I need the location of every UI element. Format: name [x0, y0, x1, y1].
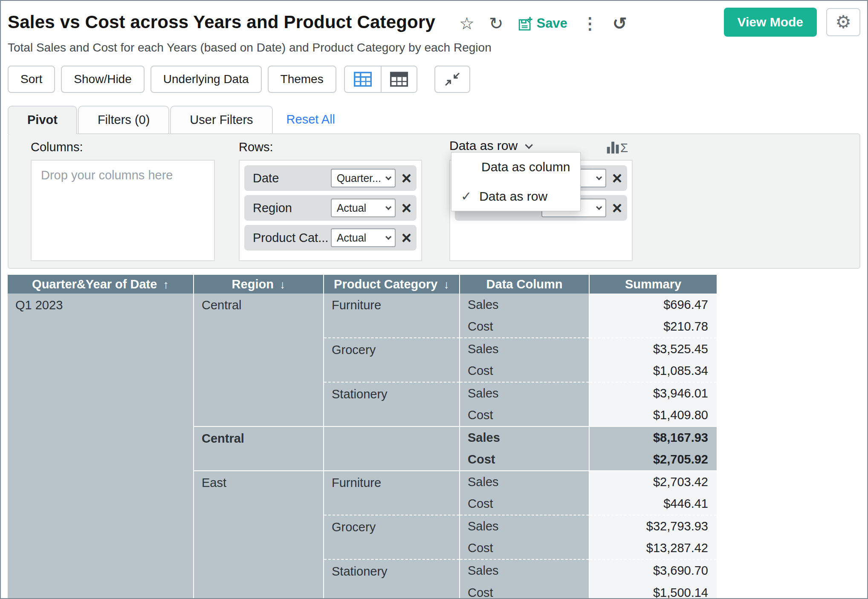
value-cell: $3,946.01 [589, 382, 717, 404]
favorite-star-icon[interactable]: ☆ [459, 15, 475, 32]
col-header-region[interactable]: Region↓ [194, 275, 324, 294]
chevron-down-icon [596, 204, 602, 210]
remove-field-icon[interactable]: × [612, 170, 622, 187]
menu-item-data-as-row[interactable]: ✓ Data as row [451, 181, 580, 211]
value-cell: $3,690.70 [589, 559, 717, 582]
category-cell: Grocery [324, 515, 460, 559]
table-header-row: Quarter&Year of Date↑ Region↓ Product Ca… [8, 275, 717, 294]
category-cell: Furniture [324, 294, 460, 338]
undo-icon[interactable]: ↺ [613, 15, 627, 32]
remove-field-icon[interactable]: × [402, 229, 411, 246]
save-label: Save [536, 16, 567, 31]
data-mode-menu: Data as column ✓ Data as row [451, 152, 581, 211]
tab-filters[interactable]: Filters (0) [78, 106, 169, 133]
columns-placeholder: Drop your columns here [41, 168, 173, 182]
category-cell: Grocery [324, 338, 460, 382]
check-icon: ✓ [461, 189, 472, 204]
col-header-quarter[interactable]: Quarter&Year of Date↑ [8, 275, 194, 294]
row-chip-region[interactable]: Region Actual × [244, 195, 417, 221]
subtotal-value-cell: $2,705.92 [589, 449, 717, 471]
pivot-view-button[interactable] [345, 66, 381, 92]
refresh-icon[interactable]: ↻ [489, 15, 503, 32]
value-cell: $446.41 [589, 493, 717, 515]
category-cell: Stationery [324, 559, 460, 599]
data-mode-label: Data as row [449, 138, 518, 153]
metric-cell: Cost [460, 360, 589, 382]
sort-desc-icon[interactable]: ↓ [280, 278, 286, 291]
remove-field-icon[interactable]: × [402, 199, 411, 216]
settings-button[interactable]: ⚙ [826, 8, 860, 36]
page-subtitle: Total Sales and Cost for each Years (bas… [8, 41, 860, 55]
chevron-down-icon [385, 204, 391, 210]
remove-field-icon[interactable]: × [402, 170, 411, 187]
value-cell: $1,409.80 [589, 404, 717, 426]
metric-cell: Sales [460, 294, 589, 316]
chevron-down-icon [525, 141, 533, 149]
rows-panel: Date Quarter... × Region Actual × Produc… [239, 160, 422, 261]
value-cell: $2,703.42 [589, 471, 717, 493]
region-cell: East [194, 471, 324, 599]
region-cell: Central [194, 294, 324, 426]
value-cell: $32,793.93 [589, 515, 717, 537]
tab-pivot[interactable]: Pivot [8, 106, 77, 134]
sort-button[interactable]: Sort [8, 66, 55, 93]
view-mode-button[interactable]: View Mode [724, 8, 817, 37]
page-title: Sales vs Cost across Years and Product C… [8, 12, 435, 32]
metric-cell: Sales [460, 471, 589, 493]
category-cell-empty [324, 426, 460, 471]
table-icon [390, 72, 408, 87]
tab-user-filters[interactable]: User Filters [170, 106, 272, 133]
menu-item-data-as-column[interactable]: Data as column [451, 153, 580, 181]
chart-summary-icon[interactable]: Σ [606, 138, 628, 155]
value-cell: $210.78 [589, 316, 717, 338]
metric-cell: Sales [460, 382, 589, 404]
category-cell: Furniture [324, 471, 460, 515]
gear-icon: ⚙ [835, 13, 851, 31]
metric-cell: Sales [460, 559, 589, 582]
app-window: Sales vs Cost across Years and Product C… [0, 0, 868, 599]
more-options-icon[interactable]: ⋮ [582, 15, 598, 32]
region-subtotal-cell: Central [194, 426, 324, 471]
category-cell: Stationery [324, 382, 460, 426]
tabular-view-button[interactable] [381, 66, 417, 92]
sort-desc-icon[interactable]: ↓ [443, 278, 449, 291]
reset-all-link[interactable]: Reset All [286, 112, 335, 127]
metric-cell: Cost [460, 404, 589, 426]
category-mode-select[interactable]: Actual [331, 228, 396, 247]
row-chip-date[interactable]: Date Quarter... × [244, 165, 417, 191]
data-mode-dropdown[interactable]: Data as row [449, 138, 531, 153]
subtotal-value-cell: $8,167.93 [589, 426, 717, 449]
value-cell: $13,287.42 [589, 537, 717, 559]
date-granularity-select[interactable]: Quarter... [331, 169, 396, 187]
value-cell: $1,085.34 [589, 360, 717, 382]
metric-cell: Cost [460, 537, 589, 559]
sort-asc-icon[interactable]: ↑ [163, 278, 169, 291]
col-header-summary[interactable]: Summary [589, 275, 717, 294]
table-row: Q1 2023 Central Furniture Sales $696.47 [8, 294, 717, 316]
underlying-data-button[interactable]: Underlying Data [150, 66, 262, 93]
view-toggle-group [344, 66, 417, 93]
metric-cell: Sales [460, 426, 589, 449]
col-header-data-column[interactable]: Data Column [460, 275, 589, 294]
rows-label: Rows: [239, 140, 273, 154]
row-chip-product-category[interactable]: Product Cat... Actual × [244, 225, 417, 251]
show-hide-button[interactable]: Show/Hide [61, 66, 144, 93]
chevron-down-icon [596, 174, 602, 180]
remove-field-icon[interactable]: × [612, 199, 622, 216]
report-header: Sales vs Cost across Years and Product C… [8, 8, 860, 55]
chevron-down-icon [385, 174, 391, 180]
collapse-icon [444, 72, 460, 87]
pivot-table-icon [354, 72, 372, 87]
themes-button[interactable]: Themes [268, 66, 336, 93]
metric-cell: Cost [460, 582, 589, 599]
region-mode-select[interactable]: Actual [331, 199, 396, 217]
columns-drop-zone[interactable]: Drop your columns here [31, 160, 215, 261]
pivot-config-panel: Columns: Drop your columns here Rows: Da… [8, 133, 860, 269]
save-button[interactable]: Save [518, 16, 567, 31]
metric-cell: Cost [460, 316, 589, 338]
value-cell: $3,525.45 [589, 338, 717, 360]
toolbar: Sort Show/Hide Underlying Data Themes [8, 66, 860, 93]
quarter-cell: Q1 2023 [8, 294, 194, 599]
collapse-button[interactable] [434, 66, 470, 93]
col-header-category[interactable]: Product Category↓ [324, 275, 460, 294]
